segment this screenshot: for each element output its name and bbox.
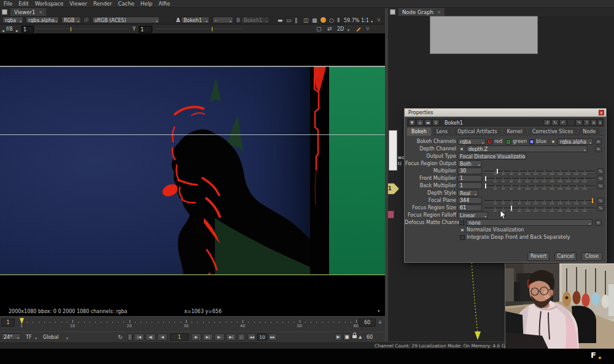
front-multiplier-slider[interactable]: 20406080100120140160180200220240: [484, 176, 595, 182]
gamma-slider[interactable]: [155, 29, 242, 30]
fps-dropdown[interactable]: 24*▾: [1, 333, 21, 340]
close-button[interactable]: Close: [581, 252, 602, 261]
timeline-ruler[interactable]: 1102030405060: [17, 318, 360, 331]
skip-back-button[interactable]: ◀◀: [247, 333, 256, 341]
tab-kernel[interactable]: Kernel: [503, 128, 527, 136]
curve-button[interactable]: ∿: [597, 205, 604, 211]
panel-close-icon[interactable]: ×: [597, 119, 603, 126]
pan-zoom-icon[interactable]: ⇄: [327, 26, 332, 32]
step-back-button[interactable]: ◀: [157, 333, 168, 341]
gain-input[interactable]: 1: [21, 26, 34, 33]
tab-viewer1[interactable]: Viewer1 ×: [10, 8, 46, 16]
ratio-caret-icon[interactable]: ▾: [371, 18, 373, 25]
menu-alfie[interactable]: Alfie: [158, 1, 170, 7]
prev-keyframe-button[interactable]: ◀|: [146, 333, 156, 341]
tab-optical-artifacts[interactable]: Optical Artifacts: [453, 128, 501, 136]
proxy-ratio[interactable]: 1:1: [361, 18, 369, 23]
focal-plane-slider[interactable]: 20406080100120140160180200220240: [484, 198, 595, 204]
wipe-mode-dropdown[interactable]: -▾: [212, 17, 233, 23]
next-keyframe-button[interactable]: ▶|: [203, 333, 213, 341]
timeline-range-end[interactable]: 60: [359, 319, 376, 327]
pause-icon[interactable]: Ⅱ: [337, 17, 340, 23]
skip-forward-button[interactable]: ▶▶: [268, 333, 277, 341]
roi-icon[interactable]: ▢: [316, 26, 322, 32]
format-icon[interactable]: ▬: [278, 17, 283, 23]
gamma-input[interactable]: 1: [139, 26, 152, 33]
viewer-process-dropdown[interactable]: sRGB (ACES)▾: [92, 17, 160, 23]
wand-icon[interactable]: ¥: [377, 17, 381, 23]
curve-button[interactable]: ∿: [597, 198, 604, 204]
viewer-canvas[interactable]: 2000x1080 bbox: 0 0 2000 1080 channels: …: [0, 34, 385, 316]
cancel-button[interactable]: Cancel: [554, 252, 577, 261]
wipe-icon[interactable]: ∥: [295, 17, 298, 23]
back-multiplier-input[interactable]: 1: [457, 182, 482, 189]
zoom-level[interactable]: 59.7%: [344, 18, 359, 23]
display-channels-dropdown[interactable]: RGB▾: [61, 17, 81, 23]
front-multiplier-input[interactable]: 1: [457, 175, 482, 182]
current-frame-field[interactable]: 1: [170, 333, 188, 341]
play-all-button[interactable]: ▶:: [214, 333, 225, 341]
focus-region-falloff-dropdown[interactable]: Linear▾: [457, 212, 488, 219]
sync-icon[interactable]: ¥: [366, 26, 370, 32]
focus-region-size-input[interactable]: 61: [457, 204, 482, 211]
tab-bokeh[interactable]: Bokeh: [407, 128, 431, 136]
tab-close-icon[interactable]: ×: [39, 10, 42, 15]
properties-close-icon[interactable]: ×: [599, 110, 604, 115]
gain-toggle-icon[interactable]: ○: [329, 17, 334, 23]
stop-button[interactable]: ○: [238, 333, 245, 341]
alpha-layer-dropdown[interactable]: rgba.alpha▾: [26, 17, 59, 23]
alpha-checkbox[interactable]: ×: [551, 139, 556, 144]
red-checkbox[interactable]: ×: [488, 139, 492, 144]
script-icon[interactable]: ≡: [591, 119, 597, 126]
timeline-expand-icon[interactable]: ⇊: [378, 320, 382, 325]
eject-icon[interactable]: ▲: [359, 334, 362, 340]
tf-dropdown[interactable]: TF▾: [23, 333, 39, 340]
menu-edit[interactable]: Edit: [18, 1, 28, 7]
step-forward-button[interactable]: ▶: [191, 333, 201, 341]
curve-button[interactable]: ∿: [597, 183, 604, 189]
jump-last-button[interactable]: ▶|: [226, 333, 236, 341]
jump-first-button[interactable]: |◀: [134, 333, 144, 341]
fstop-next-icon[interactable]: ▶: [16, 28, 18, 34]
multiplier-slider[interactable]: 20406080100120140160180200220240: [484, 168, 595, 174]
checker-icon[interactable]: ▦: [312, 17, 317, 23]
loop-mode-icon[interactable]: ↻: [118, 334, 123, 340]
tab-corrective-slices[interactable]: Corrective Slices: [528, 128, 578, 136]
normalize-checkbox[interactable]: ×: [460, 228, 465, 233]
revert-all-icon[interactable]: ↺: [543, 119, 551, 126]
revert-button[interactable]: Revert: [527, 252, 550, 261]
revert-one-icon[interactable]: ↻: [551, 119, 559, 126]
lock-range-icon[interactable]: [352, 335, 357, 338]
menu-workspace[interactable]: Workspace: [35, 1, 63, 7]
range-scope-dropdown[interactable]: Global▾: [41, 333, 70, 340]
green-checkbox[interactable]: ×: [506, 139, 511, 144]
help-icon[interactable]: ?: [583, 119, 590, 126]
format-outline-icon[interactable]: ▭: [286, 17, 292, 23]
defocus-matte-checkbox[interactable]: [459, 220, 464, 225]
menu-viewer[interactable]: Viewer: [69, 1, 87, 7]
info-caret-icon[interactable]: ▾: [378, 309, 380, 314]
redo-icon[interactable]: ↷: [575, 119, 583, 126]
undo-icon[interactable]: ↶: [559, 119, 567, 126]
eq-button[interactable]: =: [595, 220, 602, 226]
curve-button[interactable]: ∿: [597, 176, 604, 182]
back-multiplier-slider[interactable]: 20406080100120140160180200220240: [484, 183, 595, 189]
curve-button[interactable]: ∿: [597, 168, 604, 174]
tab-node[interactable]: Node: [578, 128, 600, 136]
menu-render[interactable]: Render: [93, 1, 112, 7]
node-name[interactable]: Bokeh1: [445, 120, 463, 126]
node-hex[interactable]: 1: [388, 183, 399, 195]
menu-file[interactable]: File: [4, 1, 12, 7]
layer-dropdown[interactable]: rgba▾: [2, 17, 23, 23]
defocus-matte-dropdown[interactable]: none▾: [466, 219, 593, 226]
tab-lens[interactable]: Lens: [432, 128, 452, 136]
pane-icon-ng[interactable]: [390, 9, 395, 15]
node-white[interactable]: [389, 130, 397, 171]
input-a-dropdown[interactable]: Bokeh1▾: [181, 17, 209, 23]
blue-checkbox[interactable]: ×: [529, 139, 534, 144]
annotate-pencil-icon[interactable]: [356, 27, 360, 31]
fullscreen-icon[interactable]: ■: [343, 333, 351, 341]
multiplier-input[interactable]: 30: [457, 168, 482, 174]
node-color-icon[interactable]: ♀: [432, 119, 440, 126]
focus-region-output-dropdown[interactable]: Both▾: [457, 160, 482, 167]
